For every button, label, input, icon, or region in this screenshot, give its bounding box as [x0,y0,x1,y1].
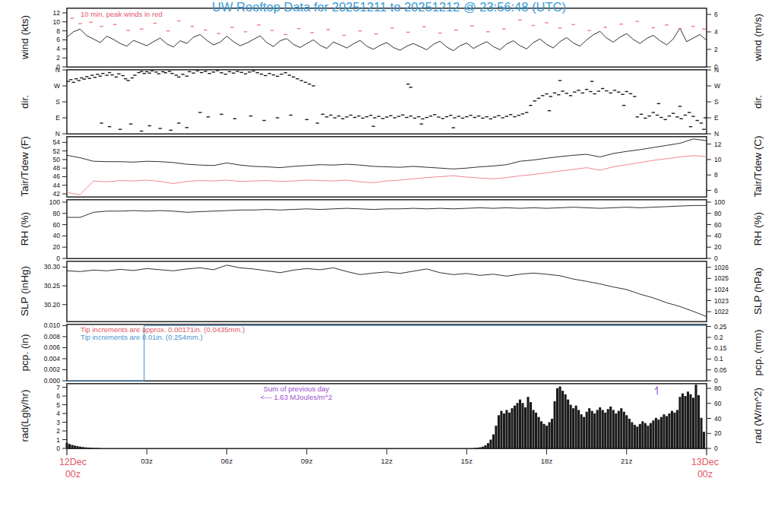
svg-text:N: N [55,66,60,74]
svg-text:W: W [714,82,720,90]
svg-text:12: 12 [714,141,722,148]
end-date-line1: 13Dec [682,456,728,468]
svg-text:30.20: 30.20 [44,301,61,309]
svg-text:0.2: 0.2 [714,334,723,341]
svg-text:60: 60 [714,221,722,229]
ylabel-rad-right: rad (W/m^2) [752,388,764,444]
svg-text:0.15: 0.15 [714,344,727,352]
svg-text:20: 20 [714,243,722,251]
panel-pressure: 30.2030.2530.3010221023102410251026 [0,261,778,322]
svg-text:4: 4 [56,45,60,52]
svg-text:18z: 18z [541,457,553,465]
end-date-label: 13Dec 00z [682,456,728,480]
svg-text:2: 2 [56,54,60,62]
svg-text:15z: 15z [461,457,473,465]
svg-text:4: 4 [56,410,60,417]
svg-text:0.008: 0.008 [44,333,61,340]
svg-text:09z: 09z [301,457,313,465]
svg-text:6: 6 [714,187,718,195]
svg-text:40: 40 [53,232,61,239]
panel-humidity: 020406080100020406080100 [0,199,778,259]
svg-text:6: 6 [56,392,60,400]
svg-text:1022: 1022 [714,308,729,315]
svg-text:3: 3 [56,419,60,426]
panel-wind: 0246810120246 10 min. peak winds in red [0,8,778,68]
panel-direction: NWSENNWSEN [0,69,778,135]
svg-text:80: 80 [53,210,61,217]
svg-text:0.004: 0.004 [44,355,61,363]
ylabel-pcp-right: pcp. (mm) [752,330,764,376]
svg-text:48: 48 [53,164,61,172]
svg-text:0.010: 0.010 [44,321,61,329]
panel-temperature: 42444648505254681012 [0,136,778,198]
ylabel-rad-left: rad(Lgly/hr) [19,389,30,442]
panel-precip: 0.0000.0020.0040.0060.0080.01000.050.10.… [0,324,778,382]
svg-text:06z: 06z [221,457,233,465]
svg-text:80: 80 [714,385,722,392]
ylabel-slp-right: SLP (hPa) [752,268,764,315]
svg-text:40: 40 [714,415,722,423]
panel-radiation: 01234567020406080 Sum of previous day <-… [0,383,778,449]
svg-text:100: 100 [49,198,60,206]
svg-text:0.1: 0.1 [714,355,723,363]
svg-text:E: E [55,114,60,122]
tip-increment-blue-note: Tip increments are 0.01in. (0.254mm.) [81,333,203,341]
svg-text:N: N [714,66,719,74]
svg-text:W: W [54,82,60,90]
svg-text:52: 52 [53,147,61,155]
ylabel-temp-left: Tair/Tdew (F) [19,136,30,197]
svg-text:12z: 12z [381,457,393,465]
ylabel-dir-left: dir. [19,95,30,109]
svg-text:0.002: 0.002 [44,366,61,373]
svg-text:E: E [714,114,719,122]
ylabel-dir-right: dir. [752,95,764,109]
time-axis: 03z06z09z12z15z18z21z [0,449,778,472]
svg-text:21z: 21z [621,457,633,465]
svg-text:2: 2 [56,427,60,435]
radiation-sum-note-line2: <--- 1.63 MJoules/m^2 [228,393,365,401]
svg-text:60: 60 [53,221,61,229]
svg-text:10: 10 [714,156,722,163]
svg-text:1026: 1026 [714,264,729,271]
svg-text:30.25: 30.25 [44,282,61,290]
weather-meteogram-figure: 0246810120246 10 min. peak winds in red … [0,0,778,532]
svg-text:80: 80 [714,210,722,217]
pressure-plot: 30.2030.2530.3010221023102410251026 [0,261,778,322]
svg-text:1025: 1025 [714,274,729,282]
svg-text:40: 40 [714,232,722,239]
radiation-sum-note-line1: Sum of previous day [228,385,365,393]
svg-text:30.30: 30.30 [44,263,61,271]
ylabel-wind-right: wind (m/s) [752,14,764,61]
svg-text:100: 100 [714,198,725,206]
svg-text:5: 5 [56,401,60,409]
svg-text:03z: 03z [141,457,153,465]
svg-text:60: 60 [714,400,722,407]
ylabel-wind-left: wind (kts) [19,15,30,59]
svg-text:2: 2 [714,46,718,53]
radiation-plot: 01234567020406080 [0,383,778,449]
svg-text:44: 44 [53,182,61,189]
ylabel-slp-left: SLP (inHg) [19,266,30,316]
svg-text:S: S [714,98,719,106]
svg-text:0.006: 0.006 [44,344,61,351]
temperature-plot: 42444648505254681012 [0,136,778,198]
end-date-line2: 00z [682,468,728,480]
start-date-line2: 00z [50,468,96,480]
chart-title: UW Rooftop Data for 20251211 to 20251212… [0,0,778,14]
svg-text:0.05: 0.05 [714,366,727,374]
svg-text:1024: 1024 [714,286,729,293]
svg-text:1: 1 [56,436,60,444]
svg-text:46: 46 [53,173,61,180]
svg-text:7: 7 [56,384,60,391]
direction-plot: NWSENNWSEN [0,69,778,135]
ylabel-temp-right: Tair/Tdew (C) [752,135,764,197]
ylabel-rh-right: RH (%) [752,212,764,245]
radiation-sum-note: Sum of previous day <--- 1.63 MJoules/m^… [228,385,365,401]
svg-text:50: 50 [53,156,61,163]
humidity-plot: 020406080100020406080100 [0,199,778,259]
svg-text:6: 6 [56,36,60,43]
svg-text:20: 20 [53,243,61,251]
svg-text:8: 8 [714,171,718,179]
ylabel-pcp-left: pcp. (in) [19,334,30,372]
svg-text:1023: 1023 [714,297,729,305]
